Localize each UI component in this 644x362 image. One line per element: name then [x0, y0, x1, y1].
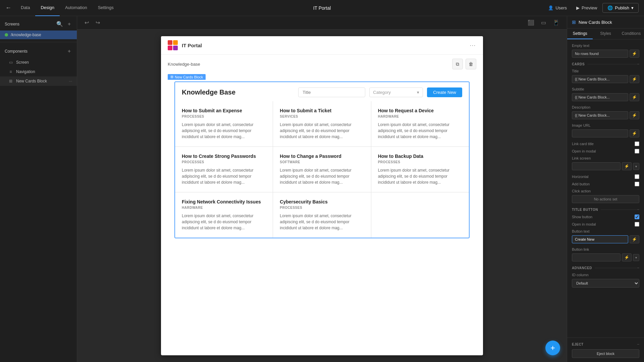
create-new-button[interactable]: Create New	[427, 87, 462, 97]
link-screen-row: ⚡ ▾	[572, 162, 639, 170]
open-modal2-checkbox[interactable]	[635, 222, 639, 227]
image-url-lightning[interactable]: ⚡	[630, 129, 639, 137]
cards-block[interactable]: Knowledge Base Category ▾ Create New	[174, 81, 470, 238]
title-button-collapse[interactable]: −	[637, 207, 639, 212]
button-text-lightning[interactable]: ⚡	[630, 235, 639, 243]
card-item[interactable]: How to Backup Data PROCESSES Lorem ipsum…	[371, 147, 469, 192]
empty-text-input[interactable]	[572, 50, 628, 58]
image-url-input[interactable]	[572, 129, 628, 137]
breadcrumb-actions: ⧉ 🗑	[452, 59, 476, 69]
right-panel: ⊞ New Cards Block Settings Styles Condit…	[567, 16, 644, 362]
search-screens-button[interactable]: 🔍	[55, 20, 64, 28]
panel-title: New Cards Block	[579, 20, 612, 25]
subtitle-input[interactable]	[572, 93, 628, 101]
id-column-select[interactable]: Default	[572, 279, 639, 288]
tab-settings-panel[interactable]: Settings	[567, 28, 593, 39]
card-item[interactable]: How to Submit an Expense PROCESSES Lorem…	[175, 101, 273, 146]
cards-section-divider: CARDS −	[572, 62, 639, 66]
title-lightning[interactable]: ⚡	[630, 75, 639, 83]
add-component-button[interactable]: +	[66, 48, 72, 55]
users-icon: 👤	[548, 5, 553, 10]
link-screen-lightning[interactable]: ⚡	[622, 162, 632, 170]
button-text-input[interactable]	[572, 235, 628, 243]
category-select[interactable]: Category ▾	[369, 87, 423, 97]
description-input[interactable]	[572, 111, 628, 119]
undo-button[interactable]: ↩	[83, 19, 91, 26]
card-item[interactable]: How to Submit a Ticket SERVICES Lorem ip…	[273, 101, 371, 146]
click-action-display[interactable]: No actions set	[572, 195, 639, 203]
card-title: Cybersecurity Basics	[280, 199, 364, 204]
cards-collapse-btn[interactable]: −	[637, 62, 639, 66]
logo-pink	[168, 46, 172, 50]
delete-button[interactable]: 🗑	[466, 59, 476, 69]
main-layout: Screens 🔍 + /knowledge-base Components +…	[0, 16, 644, 362]
click-action-group: Click action No actions set	[572, 189, 639, 203]
more-options-icon[interactable]: ···	[69, 79, 72, 83]
card-category: PROCESSES	[378, 160, 462, 164]
preview-button[interactable]: ▶ Preview	[572, 3, 601, 12]
card-category: PROCESSES	[182, 160, 266, 164]
card-item[interactable]: How to Request a Device HARDWARE Lorem i…	[371, 101, 469, 146]
eject-collapse[interactable]: −	[637, 342, 639, 347]
component-screen-label: Screen	[16, 60, 72, 65]
card-category: PROCESSES	[182, 115, 266, 118]
add-screen-button[interactable]: +	[66, 20, 72, 28]
horizontal-checkbox[interactable]	[635, 174, 639, 179]
link-screen-input[interactable]	[572, 162, 621, 170]
button-link-chevron[interactable]: ▾	[633, 254, 639, 261]
button-link-input[interactable]	[572, 253, 621, 261]
tablet-view-button[interactable]: ▭	[539, 19, 548, 26]
title-search-input[interactable]	[298, 87, 365, 97]
add-button-checkbox[interactable]	[635, 182, 639, 186]
eject-block-button[interactable]: Eject block	[572, 349, 639, 358]
eject-section: EJECT − Eject block	[567, 338, 644, 362]
button-link-group: Button link ⚡ ▾	[572, 247, 639, 261]
advanced-collapse[interactable]: −	[637, 265, 639, 270]
redo-button[interactable]: ↪	[94, 19, 102, 26]
canvas-scroll[interactable]: IT Portal ⋯ Knowledge-base ⧉ 🗑 ⊞ New Car…	[77, 29, 567, 362]
desktop-view-button[interactable]: ⬛	[526, 19, 536, 26]
cards-section-label: CARDS	[572, 62, 585, 66]
title-input[interactable]	[572, 75, 628, 83]
card-item[interactable]: Cybersecurity Basics PROCESSES Lorem ips…	[273, 192, 371, 238]
undo-redo-group: ↩ ↪	[83, 19, 102, 26]
back-button[interactable]: ←	[5, 4, 11, 11]
component-item-navigation[interactable]: ≡ Navigation	[0, 67, 77, 76]
empty-text-lightning[interactable]: ⚡	[630, 50, 639, 58]
card-item[interactable]: How to Change a Password SOFTWARE Lorem …	[273, 147, 371, 192]
components-title: Components	[5, 49, 28, 54]
tab-settings[interactable]: Settings	[93, 0, 119, 16]
mobile-view-button[interactable]: 📱	[551, 19, 561, 26]
tab-data[interactable]: Data	[15, 0, 35, 16]
component-item-screen[interactable]: ▭ Screen	[0, 58, 77, 67]
copy-button[interactable]: ⧉	[452, 59, 463, 69]
link-card-title-checkbox[interactable]	[635, 141, 639, 146]
tab-design[interactable]: Design	[35, 0, 59, 16]
tab-conditions-panel[interactable]: Conditions	[619, 28, 644, 39]
users-button[interactable]: 👤 Users	[544, 3, 571, 12]
button-link-lightning[interactable]: ⚡	[622, 253, 632, 261]
tab-styles-panel[interactable]: Styles	[593, 28, 618, 39]
title-field-group: Title ⚡	[572, 69, 639, 83]
cards-block-icon: ⊞	[8, 78, 13, 84]
component-item-cards-block[interactable]: ⊞ New Cards Block ···	[0, 76, 77, 86]
show-button-checkbox[interactable]	[635, 215, 639, 219]
description-lightning[interactable]: ⚡	[630, 111, 639, 119]
description-label: Description	[572, 105, 639, 109]
link-screen-chevron[interactable]: ▾	[633, 163, 639, 170]
screen-item-knowledge-base[interactable]: /knowledge-base	[0, 31, 77, 39]
card-desc: Lorem ipsum dolor sit amet, consectetur …	[182, 122, 266, 140]
card-item[interactable]: Fixing Network Connectivity Issues HARDW…	[175, 192, 273, 238]
card-item-empty	[371, 192, 469, 238]
open-modal2-row: Open in modal	[572, 222, 639, 227]
view-options: ⬛ ▭ 📱	[526, 19, 561, 26]
open-modal-checkbox[interactable]	[635, 149, 639, 154]
subtitle-lightning[interactable]: ⚡	[630, 93, 639, 101]
card-title: How to Change a Password	[280, 154, 364, 159]
publish-button[interactable]: 🌐 Publish ▾	[602, 3, 639, 13]
card-item[interactable]: How to Create Strong Passwords PROCESSES…	[175, 147, 273, 192]
preview-dots-menu[interactable]: ⋯	[470, 42, 476, 49]
card-category: PROCESSES	[280, 206, 364, 209]
link-screen-label: Link screen	[572, 156, 639, 160]
tab-automation[interactable]: Automation	[60, 0, 93, 16]
